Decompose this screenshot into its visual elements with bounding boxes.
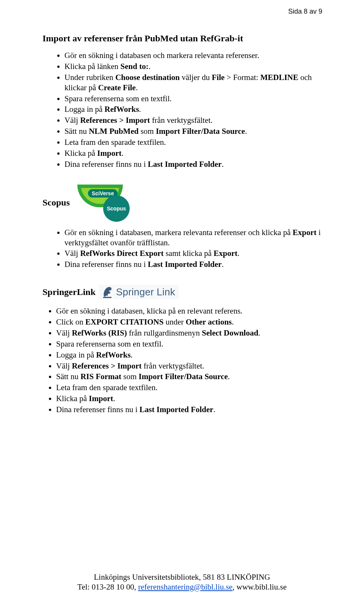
springerlink-heading-text: SpringerLink — [42, 287, 96, 297]
bold-term: Send to: — [121, 62, 149, 71]
text-run: Sätt nu — [56, 372, 80, 381]
list-item: Gör en sökning i databasen och markera r… — [64, 50, 322, 61]
text-run: Under rubriken — [64, 73, 115, 82]
bold-term: Import Filter/Data Source — [139, 372, 228, 381]
text-run: Gör en sökning i databasen, markera rele… — [64, 228, 293, 237]
text-run: Spara referenserna som en textfil. — [56, 339, 163, 348]
text-run: > Format: — [224, 73, 260, 82]
footer-url: , www.bibl.liu.se — [232, 582, 287, 591]
footer-line1: Linköpings Universitetsbibliotek, 581 83… — [0, 572, 364, 582]
sciverse-scopus-logo: SciVerse Scopus — [74, 185, 130, 221]
scopus-circle: Scopus — [103, 195, 130, 222]
text-run: som — [121, 372, 139, 381]
bold-term: Last Imported Folder — [148, 260, 222, 269]
springer-logo: Springer Link — [99, 285, 179, 299]
text-run: Spara referenserna som en textfil. — [64, 94, 172, 103]
springer-logo-text: Springer Link — [116, 286, 175, 298]
scopus-heading-text: Scopus — [42, 198, 70, 208]
bold-term: RefWorks Direct Export — [80, 249, 163, 258]
list-item: Sätt nu RIS Format som Import Filter/Dat… — [56, 372, 322, 382]
springer-word1: Springer — [116, 286, 154, 298]
text-run: Klicka på — [64, 149, 97, 158]
list-item: Under rubriken Choose destination väljer… — [64, 72, 322, 93]
text-run: Klicka på länken — [64, 62, 121, 71]
text-run: som — [138, 127, 156, 136]
bold-term: References > Import — [72, 361, 141, 370]
text-run: . — [213, 405, 215, 414]
bold-term: Import — [89, 394, 113, 403]
section3-list: Gör en sökning i databasen, klicka på en… — [56, 306, 322, 415]
text-run: från verktygsfältet. — [150, 116, 213, 125]
list-item: Spara referenserna som en textfil. — [56, 339, 322, 349]
section2-list: Gör en sökning i databasen, markera rele… — [64, 227, 322, 270]
section-title-springerlink: SpringerLink Springer Link — [42, 285, 322, 299]
bold-term: Export — [213, 249, 237, 258]
bold-term: Other actions — [186, 317, 232, 326]
bold-term: Import Filter/Data Source — [156, 127, 245, 136]
text-run: . — [222, 160, 224, 169]
text-run: . — [245, 127, 247, 136]
bold-term: RIS Format — [80, 372, 121, 381]
list-item: Klicka på Import. — [64, 148, 322, 158]
bold-term: RefWorks — [96, 350, 131, 359]
list-item: Spara referenserna som en textfil. — [64, 94, 322, 104]
page-header: Sida 8 av 9 — [288, 8, 322, 16]
text-run: Gör en sökning i databasen och markera r… — [64, 51, 259, 60]
text-run: Leta fram den sparade textfilen. — [56, 383, 158, 392]
text-run: . — [136, 83, 138, 92]
bold-term: Select Download — [202, 328, 258, 337]
list-item: Sätt nu NLM PubMed som Import Filter/Dat… — [64, 126, 322, 136]
section-title-pubmed: Import av referenser från PubMed utan Re… — [42, 33, 322, 44]
section-title-scopus: Scopus SciVerse Scopus — [42, 185, 322, 221]
list-item: Välj References > Import från verktygsfä… — [64, 115, 322, 125]
bold-term: Last Imported Folder — [140, 405, 213, 414]
footer-line2: Tel: 013-28 10 00, referenshantering@bib… — [0, 582, 364, 592]
text-run: Leta fram den sparade textfilen. — [64, 138, 166, 147]
text-run: Välj — [64, 249, 80, 258]
text-run: från rullgardinsmenyn — [127, 328, 202, 337]
bold-term: File — [212, 73, 224, 82]
list-item: Klicka på länken Send to:. — [64, 61, 322, 72]
text-run: samt klicka på — [163, 249, 213, 258]
bold-term: NLM PubMed — [89, 127, 138, 136]
text-run: Dina referenser finns nu i — [64, 260, 148, 269]
bold-term: RefWorks (RIS) — [72, 328, 127, 337]
list-item: Klicka på Import. — [56, 394, 322, 404]
text-run: under — [163, 317, 185, 326]
section1-list: Gör en sökning i databasen och markera r… — [64, 50, 322, 169]
text-run: . — [113, 394, 115, 403]
bold-term: References > Import — [80, 116, 150, 125]
list-item: Gör en sökning i databasen, klicka på en… — [56, 306, 322, 316]
footer-email-link[interactable]: referenshantering@bibl.liu.se — [138, 582, 232, 591]
bold-term: Import — [97, 149, 121, 158]
springer-horse-icon — [102, 285, 113, 298]
list-item: Välj References > Import från verktygsfä… — [56, 361, 322, 371]
footer-tel: Tel: 013-28 10 00, — [77, 582, 138, 591]
list-item: Välj RefWorks Direct Export samt klicka … — [64, 248, 322, 259]
text-run: Klicka på — [56, 394, 89, 403]
list-item: Dina referenser finns nu i Last Imported… — [64, 259, 322, 270]
text-run: från verktygsfältet. — [142, 361, 204, 370]
list-item: Logga in på RefWorks. — [64, 104, 322, 114]
bold-term: Export — [293, 228, 317, 237]
text-run: Gör en sökning i databasen, klicka på en… — [56, 306, 243, 315]
text-run: . — [121, 149, 123, 158]
text-run: . — [131, 350, 133, 359]
text-run: Sätt nu — [64, 127, 89, 136]
bold-term: RefWorks — [105, 105, 139, 114]
text-run: Välj — [56, 328, 72, 337]
svg-rect-0 — [103, 297, 111, 298]
bold-term: MEDLINE — [260, 73, 298, 82]
list-item: Dina referenser finns nu i Last Imported… — [64, 159, 322, 169]
list-item: Click on EXPORT CITATIONS under Other ac… — [56, 317, 322, 327]
list-item: Logga in på RefWorks. — [56, 350, 322, 360]
bold-term: EXPORT CITATIONS — [85, 317, 163, 326]
list-item: Dina referenser finns nu i Last Imported… — [56, 405, 322, 415]
text-run: Dina referenser finns nu i — [56, 405, 140, 414]
bold-term: Create File — [98, 83, 136, 92]
text-run: . — [149, 62, 151, 71]
text-run: . — [258, 328, 260, 337]
text-run: Logga in på — [56, 350, 96, 359]
text-run: . — [232, 317, 234, 326]
text-run: väljer du — [180, 73, 212, 82]
